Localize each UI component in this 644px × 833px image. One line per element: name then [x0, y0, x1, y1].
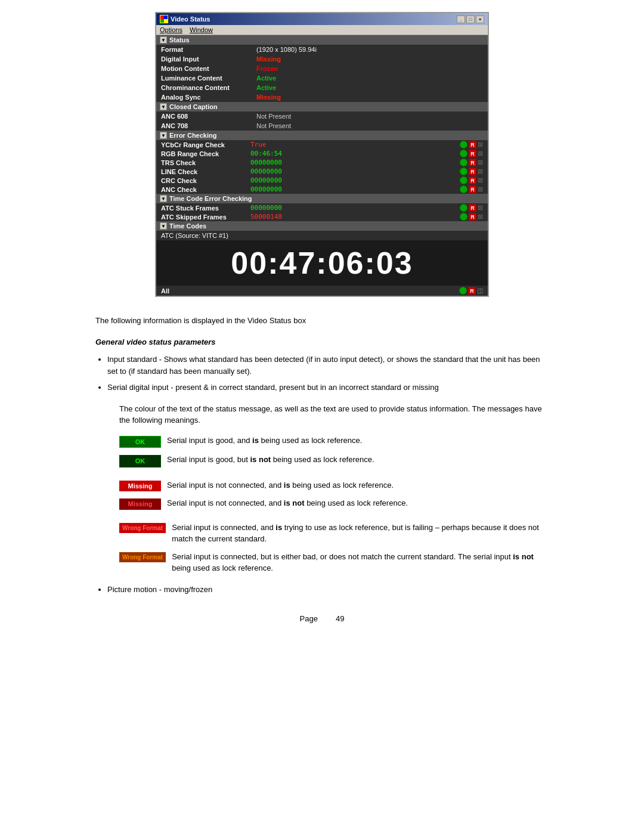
- restore-button[interactable]: □: [466, 16, 475, 23]
- badge-wrong-dark-desc: Serial input is connected, and is trying…: [172, 522, 549, 545]
- badge-missing-light-desc: Serial input is not connected, and is no…: [167, 497, 408, 509]
- motion-content-label: Motion Content: [161, 65, 256, 72]
- ycbcr-circle[interactable]: [460, 141, 467, 148]
- anc-check-clear[interactable]: ⊠: [478, 185, 483, 193]
- anc-check-circle[interactable]: [460, 185, 467, 193]
- chrominance-value: Active: [256, 84, 483, 91]
- badge-missing-dark-desc: Serial input is not connected, and is be…: [167, 479, 394, 491]
- crc-circle[interactable]: [460, 176, 467, 184]
- atc-skipped-circle[interactable]: [460, 213, 467, 221]
- last-bullet-list: Picture motion - moving/frozen: [107, 584, 549, 596]
- window-titlebar: Video Status _ □ ×: [156, 13, 488, 25]
- trs-row: TRS Check 00000000 R ⊠: [156, 158, 488, 167]
- trs-circle[interactable]: [460, 159, 467, 166]
- atc-stuck-reset[interactable]: R: [469, 204, 476, 212]
- error-checking-header: ▼ Error Checking: [156, 131, 488, 140]
- line-clear[interactable]: ⊠: [478, 168, 483, 175]
- rgb-circle[interactable]: [460, 150, 467, 157]
- all-clear[interactable]: ◫: [477, 287, 483, 295]
- chrominance-row: Chrominance Content Active: [156, 83, 488, 92]
- menu-window[interactable]: Window: [190, 26, 213, 33]
- trs-label: TRS Check: [161, 159, 250, 166]
- line-reset[interactable]: R: [469, 168, 476, 175]
- ycbcr-label: YCbCr Range Check: [161, 141, 250, 148]
- all-controls: R ◫: [459, 287, 483, 295]
- atc-skipped-label: ATC Skipped Frames: [161, 213, 250, 221]
- atc-stuck-clear[interactable]: ⊠: [478, 204, 483, 212]
- badge-row-wrong-dark: Wrong Format Serial input is connected, …: [119, 522, 549, 545]
- line-controls: R ⊠: [460, 168, 483, 175]
- atc-stuck-row: ATC Stuck Frames 00000000 R ⊠: [156, 203, 488, 212]
- rgb-reset[interactable]: R: [469, 150, 476, 157]
- atc-skipped-clear[interactable]: ⊠: [478, 213, 483, 221]
- rgb-clear[interactable]: ⊠: [478, 150, 483, 157]
- anc-check-label: ANC Check: [161, 186, 250, 193]
- all-row: All R ◫: [156, 286, 488, 296]
- badge-wrong-light: Wrong Format: [119, 552, 166, 562]
- atc-skipped-reset[interactable]: R: [469, 213, 476, 221]
- cc-header-label: Closed Caption: [169, 103, 218, 110]
- titlebar-controls[interactable]: _ □ ×: [457, 16, 484, 23]
- indented-block: The colour of the text of the status mes…: [119, 403, 549, 574]
- general-title: General video status parameters: [95, 336, 549, 348]
- line-label: LINE Check: [161, 168, 250, 175]
- ycbcr-clear[interactable]: ⊠: [478, 141, 483, 148]
- line-row: LINE Check 00000000 R ⊠: [156, 167, 488, 176]
- anc-check-value: 00000000: [250, 185, 460, 193]
- cc-arrow[interactable]: ▼: [160, 103, 167, 110]
- atc-stuck-circle[interactable]: [460, 204, 467, 212]
- ycbcr-reset[interactable]: R: [469, 141, 476, 148]
- trs-reset[interactable]: R: [469, 159, 476, 166]
- anc-check-controls: R ⊠: [460, 185, 483, 193]
- badge-row-missing-light: Missing Serial input is not connected, a…: [119, 497, 549, 510]
- atc-stuck-value: 00000000: [250, 204, 460, 212]
- bullet-2: Serial digital input - present & in corr…: [107, 382, 549, 394]
- all-circle[interactable]: [459, 287, 467, 295]
- error-arrow[interactable]: ▼: [160, 132, 167, 139]
- rgb-controls: R ⊠: [460, 150, 483, 157]
- crc-clear[interactable]: ⊠: [478, 176, 483, 184]
- digital-input-label: Digital Input: [161, 55, 256, 63]
- crc-reset[interactable]: R: [469, 176, 476, 184]
- anc708-label: ANC 708: [161, 122, 256, 129]
- close-button[interactable]: ×: [476, 16, 484, 23]
- anc-check-reset[interactable]: R: [469, 185, 476, 193]
- rgb-row: RGB Range Check 00:46:54 R ⊠: [156, 149, 488, 158]
- anc-check-row: ANC Check 00000000 R ⊠: [156, 185, 488, 194]
- timecode-value: 00:47:06:03: [231, 246, 413, 280]
- minimize-button[interactable]: _: [457, 16, 465, 23]
- bullet-1: Input standard - Shows what standard has…: [107, 354, 549, 377]
- svg-rect-1: [164, 16, 168, 19]
- badge-ok-dark-desc: Serial input is good, and is being used …: [167, 435, 362, 447]
- atc-skipped-value: 50000148: [250, 213, 460, 221]
- badge-row-missing-dark: Missing Serial input is not connected, a…: [119, 479, 549, 492]
- status-arrow[interactable]: ▼: [160, 36, 167, 44]
- line-circle[interactable]: [460, 168, 467, 175]
- description-text: The following information is displayed i…: [95, 315, 549, 327]
- video-status-window: Video Status _ □ × Options Window ▼ Stat…: [155, 12, 489, 297]
- analog-sync-row: Analog Sync Missing: [156, 92, 488, 102]
- trs-clear[interactable]: ⊠: [478, 159, 483, 166]
- error-header-label: Error Checking: [169, 132, 216, 139]
- badge-missing-light: Missing: [119, 498, 161, 510]
- window-title: Video Status: [171, 16, 210, 23]
- tc-arrow[interactable]: ▼: [160, 222, 167, 230]
- luminance-row: Luminance Content Active: [156, 73, 488, 83]
- crc-row: CRC Check 00000000 R ⊠: [156, 176, 488, 185]
- menu-options[interactable]: Options: [160, 26, 182, 33]
- svg-rect-2: [160, 19, 164, 23]
- anc708-row: ANC 708 Not Present: [156, 121, 488, 131]
- last-bullet: Picture motion - moving/frozen: [107, 584, 549, 596]
- luminance-label: Luminance Content: [161, 75, 256, 82]
- crc-controls: R ⊠: [460, 176, 483, 184]
- status-header-label: Status: [169, 36, 190, 44]
- atc-skipped-row: ATC Skipped Frames 50000148 R ⊠: [156, 212, 488, 221]
- title-icon: [160, 15, 168, 23]
- rgb-label: RGB Range Check: [161, 150, 250, 157]
- anc608-row: ANC 608 Not Present: [156, 112, 488, 121]
- all-reset[interactable]: R: [468, 287, 476, 295]
- badge-missing-dark: Missing: [119, 481, 161, 492]
- tc-error-arrow[interactable]: ▼: [160, 195, 167, 202]
- format-row: Format (1920 x 1080) 59.94i: [156, 45, 488, 54]
- svg-rect-3: [164, 19, 168, 23]
